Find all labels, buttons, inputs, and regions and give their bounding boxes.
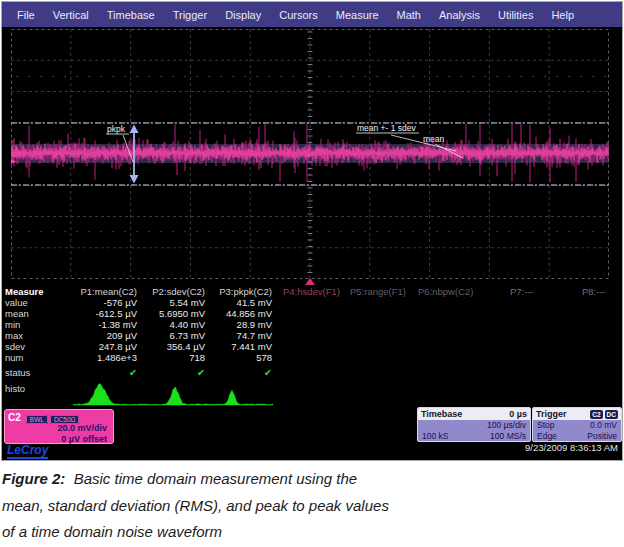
menu-item-analysis[interactable]: Analysis: [430, 9, 489, 21]
trigger-badges: C2DC: [588, 410, 618, 419]
band-annotation: mean +- 1 sdev: [357, 123, 417, 133]
measure-value-p3-num: 578: [192, 352, 272, 363]
trigger-position-marker-icon[interactable]: [305, 278, 315, 285]
menu-item-utilities[interactable]: Utilities: [489, 9, 542, 21]
measure-row-label-status: status: [5, 367, 30, 378]
channel-c2-header: C2 BWLDC50Ω: [5, 410, 113, 423]
timebase-scale-row: 100 µs/div: [418, 420, 530, 431]
menu-item-vertical[interactable]: Vertical: [44, 9, 98, 21]
measure-title: Measure: [5, 286, 44, 297]
param-header-p5[interactable]: P5:range(F1): [350, 286, 406, 297]
menu-bar: FileVerticalTimebaseTriggerDisplayCursor…: [2, 2, 622, 27]
measure-row-label-sdev: sdev: [5, 341, 25, 352]
measure-value-p3-sdev: 7.441 mV: [192, 341, 272, 352]
timestamp: 9/23/2009 8:36:13 AM: [525, 442, 618, 453]
param-header-p4[interactable]: P4:hsdev(F1): [283, 286, 340, 297]
menu-item-math[interactable]: Math: [388, 9, 430, 21]
trigger-level: 0.0 mV: [590, 420, 617, 431]
caption-line-3: of a time domain noise waveform: [2, 519, 522, 546]
measure-value-p3-max: 74.7 mV: [192, 330, 272, 341]
timebase-delay: 0 µs: [509, 409, 527, 419]
menu-item-trigger[interactable]: Trigger: [164, 9, 216, 21]
pkpk-annotation: pkpk: [107, 124, 126, 134]
param-header-p7[interactable]: P7:---: [510, 286, 534, 297]
timebase-sampling-row: 100 kS 100 MS/s: [418, 431, 530, 442]
param-header-p8[interactable]: P8:---: [582, 286, 606, 297]
menu-item-measure[interactable]: Measure: [327, 9, 388, 21]
menu-item-display[interactable]: Display: [216, 9, 270, 21]
channel-c2-descriptor[interactable]: C2 BWLDC50Ω 20.0 mV/div 0 µV offset: [4, 409, 114, 444]
channel-c2-level-marker[interactable]: C2: [12, 151, 21, 158]
caption-line-2: mean, standard deviation (RMS), and peak…: [2, 493, 522, 520]
channel-label: C2: [8, 412, 21, 423]
status-check-p3: ✔: [192, 367, 272, 378]
trigger-header: Trigger C2DC: [533, 408, 621, 420]
page: FileVerticalTimebaseTriggerDisplayCursor…: [0, 0, 624, 547]
channel-badge-bwl: BWL: [26, 415, 48, 424]
measure-row-label-mean: mean: [5, 308, 29, 319]
mean-annotation: mean: [423, 134, 445, 144]
menu-item-file[interactable]: File: [8, 9, 44, 21]
trigger-badge-dc: DC: [605, 410, 618, 419]
menu-item-help[interactable]: Help: [542, 9, 583, 21]
measure-value-p3-min: 28.9 mV: [192, 319, 272, 330]
param-header-p3[interactable]: P3:pkpk(C2): [192, 286, 272, 297]
menu-item-timebase[interactable]: Timebase: [98, 9, 164, 21]
timebase-samples: 100 kS: [422, 431, 448, 442]
timebase-title: Timebase: [421, 409, 462, 419]
measure-row-label-histo: histo: [5, 383, 25, 394]
timebase-scale: 100 µs/div: [487, 420, 526, 431]
timebase-box[interactable]: Timebase 0 µs 100 µs/div 100 kS 100 MS/s: [417, 407, 531, 442]
histogram-trace: [60, 381, 290, 408]
measure-value-p3-mean: 44.856 mV: [192, 308, 272, 319]
trigger-type-row: Edge Positive: [533, 431, 621, 442]
figure-caption: Figure 2: Basic time domain measurement …: [2, 466, 522, 546]
measure-row-label-max: max: [5, 330, 23, 341]
caption-label: Figure 2:: [2, 470, 65, 487]
measure-value-p3-value: 41.5 mV: [192, 297, 272, 308]
trigger-badge-c2: C2: [590, 410, 602, 419]
trigger-slope: Positive: [587, 431, 617, 442]
menu-item-cursors[interactable]: Cursors: [270, 9, 327, 21]
caption-line-1: Figure 2: Basic time domain measurement …: [2, 466, 522, 493]
lecroy-logo: LeCroy: [7, 444, 48, 459]
waveform-grid: pkpkmean +- 1 sdevmeanC2: [11, 29, 609, 279]
timebase-rate: 100 MS/s: [490, 431, 526, 442]
timebase-header: Timebase 0 µs: [418, 408, 530, 420]
measure-row-label-num: num: [5, 352, 23, 363]
trigger-type: Edge: [537, 431, 557, 442]
trigger-mode: Stop: [537, 420, 555, 431]
trigger-title: Trigger: [536, 409, 567, 419]
measure-row-label-min: min: [5, 319, 20, 330]
trigger-box[interactable]: Trigger C2DC Stop 0.0 mV Edge Positive: [532, 407, 622, 442]
oscilloscope-window: FileVerticalTimebaseTriggerDisplayCursor…: [1, 1, 623, 461]
trigger-mode-row: Stop 0.0 mV: [533, 420, 621, 431]
measure-row-label-value: value: [5, 297, 28, 308]
param-header-p6[interactable]: P6:nbpw(C2): [418, 286, 473, 297]
channel-scale: 20.0 mV/div: [5, 423, 113, 434]
